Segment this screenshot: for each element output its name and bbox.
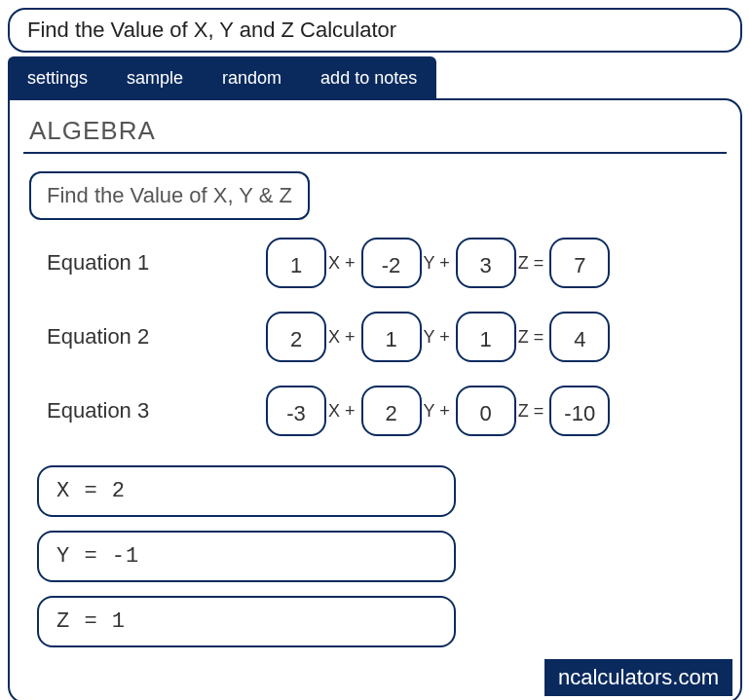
result-x: X = 2 <box>37 465 456 517</box>
op-z-eq: Z = <box>518 253 544 274</box>
eq2-d-input[interactable] <box>549 312 610 362</box>
equation-1-label: Equation 1 <box>47 250 266 276</box>
eq3-x-input[interactable] <box>266 386 326 436</box>
equation-1-inputs: X + Y + Z = <box>266 238 610 288</box>
equation-2-inputs: X + Y + Z = <box>266 312 610 362</box>
tab-sample[interactable]: sample <box>107 56 203 100</box>
subtitle-box: Find the Value of X, Y & Z <box>29 171 310 220</box>
equation-2-row: Equation 2 X + Y + Z = <box>23 312 727 362</box>
result-z: Z = 1 <box>37 596 456 647</box>
op-y-plus: Y + <box>424 327 450 348</box>
eq2-x-input[interactable] <box>266 312 326 362</box>
eq3-z-input[interactable] <box>456 386 516 436</box>
category-header: ALGEBRA <box>23 114 727 154</box>
equation-3-inputs: X + Y + Z = <box>266 386 610 436</box>
eq3-y-input[interactable] <box>361 386 422 436</box>
op-z-eq: Z = <box>518 401 544 422</box>
title-bar: Find the Value of X, Y and Z Calculator <box>8 8 742 53</box>
eq2-z-input[interactable] <box>456 312 516 362</box>
tab-add-to-notes[interactable]: add to notes <box>301 56 436 100</box>
brand-badge[interactable]: ncalculators.com <box>544 659 732 696</box>
equation-3-row: Equation 3 X + Y + Z = <box>23 386 727 436</box>
eq1-y-input[interactable] <box>361 238 422 288</box>
equation-1-row: Equation 1 X + Y + Z = <box>23 238 727 288</box>
eq3-d-input[interactable] <box>549 386 610 436</box>
op-y-plus: Y + <box>424 253 450 274</box>
op-x-plus: X + <box>328 327 356 348</box>
eq1-x-input[interactable] <box>266 238 326 288</box>
op-y-plus: Y + <box>424 401 450 422</box>
page-title: Find the Value of X, Y and Z Calculator <box>27 18 723 43</box>
op-z-eq: Z = <box>518 327 544 348</box>
eq2-y-input[interactable] <box>361 312 422 362</box>
equation-2-label: Equation 2 <box>47 324 266 350</box>
tabs-bar: settings sample random add to notes <box>8 56 436 100</box>
tab-random[interactable]: random <box>203 56 301 100</box>
op-x-plus: X + <box>328 253 356 274</box>
op-x-plus: X + <box>328 401 356 422</box>
equation-3-label: Equation 3 <box>47 398 266 424</box>
eq1-z-input[interactable] <box>456 238 516 288</box>
tab-settings[interactable]: settings <box>8 56 107 100</box>
content-panel: ALGEBRA Find the Value of X, Y & Z Equat… <box>8 98 742 700</box>
result-y: Y = -1 <box>37 531 456 582</box>
eq1-d-input[interactable] <box>549 238 610 288</box>
